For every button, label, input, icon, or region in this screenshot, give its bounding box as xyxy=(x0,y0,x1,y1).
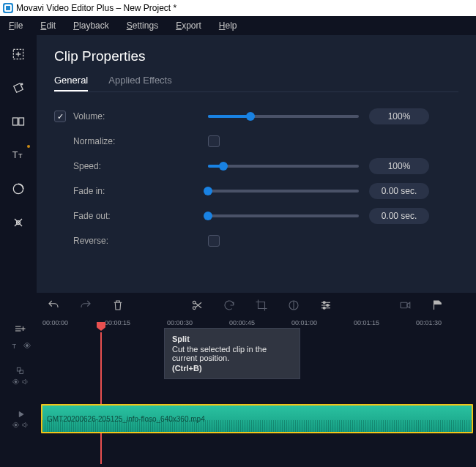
row-volume: Volume: 100% xyxy=(54,104,458,129)
titles-tool-icon[interactable]: TT xyxy=(10,146,27,164)
tab-applied-effects[interactable]: Applied Effects xyxy=(108,75,171,91)
volume-label: Volume: xyxy=(73,111,135,122)
fadein-slider[interactable] xyxy=(208,190,359,193)
svg-point-3 xyxy=(21,83,23,85)
redo-button[interactable] xyxy=(79,299,92,312)
reverse-checkbox[interactable] xyxy=(208,235,220,247)
timeline-tracks: Split Cut the selected clip in the curre… xyxy=(0,332,476,464)
ruler-tick: 00:00:45 xyxy=(229,319,255,326)
svg-rect-5 xyxy=(19,118,24,125)
svg-rect-19 xyxy=(401,302,407,308)
record-button[interactable] xyxy=(398,299,412,312)
tab-general[interactable]: General xyxy=(54,75,88,91)
color-adjust-button[interactable] xyxy=(287,299,300,312)
menu-settings[interactable]: Settings xyxy=(127,20,158,31)
marker-button[interactable] xyxy=(431,299,444,312)
more-tools-icon[interactable] xyxy=(10,214,27,231)
menu-file[interactable]: File xyxy=(9,20,23,31)
volume-enable-checkbox[interactable] xyxy=(54,111,66,122)
speed-slider[interactable] xyxy=(208,165,359,168)
panel-title: Clip Properties xyxy=(54,48,458,64)
title-track-head[interactable]: T xyxy=(0,340,41,351)
ruler-tick: 00:00:30 xyxy=(167,319,193,326)
row-normalize: Normalize: xyxy=(54,129,458,154)
filters-tool-icon[interactable] xyxy=(10,79,27,97)
app-logo-icon xyxy=(3,3,13,13)
fadein-value[interactable]: 0.00 sec. xyxy=(369,183,429,199)
fadeout-value[interactable]: 0.00 sec. xyxy=(369,208,429,224)
fadein-label: Fade in: xyxy=(73,186,135,196)
transitions-tool-icon[interactable] xyxy=(10,113,27,130)
row-fadein: Fade in: 0.00 sec. xyxy=(54,179,458,203)
ruler-tick: 00:01:30 xyxy=(416,319,442,326)
delete-button[interactable] xyxy=(111,299,124,312)
split-tooltip: Split Cut the selected clip in the curre… xyxy=(164,328,300,379)
timeline-area: 00:00:00 00:00:15 00:00:30 00:00:45 00:0… xyxy=(0,293,476,467)
ruler-tick: 00:00:00 xyxy=(42,319,68,326)
rotate-button[interactable] xyxy=(223,299,236,312)
svg-rect-4 xyxy=(13,118,18,125)
svg-rect-27 xyxy=(17,367,21,371)
row-speed: Speed: 100% xyxy=(54,154,458,179)
normalize-label: Normalize: xyxy=(73,136,135,146)
tool-sidebar: TT xyxy=(0,35,37,293)
svg-point-18 xyxy=(323,307,325,309)
row-fadeout: Fade out: 0.00 sec. xyxy=(54,203,458,228)
svg-rect-28 xyxy=(20,370,23,373)
fadeout-slider[interactable] xyxy=(208,214,359,217)
properties-panel: Clip Properties General Applied Effects … xyxy=(37,35,476,293)
svg-point-29 xyxy=(15,381,17,383)
svg-point-16 xyxy=(323,302,325,304)
menu-playback[interactable]: Playback xyxy=(73,20,109,31)
video-track-row: GMT20200626-205125_info-floso_640x360.mp… xyxy=(0,403,476,435)
svg-point-30 xyxy=(15,424,17,426)
ruler-tick: 00:01:00 xyxy=(291,319,317,326)
speed-value[interactable]: 100% xyxy=(369,158,429,174)
split-button[interactable] xyxy=(190,299,204,312)
svg-point-26 xyxy=(26,345,29,347)
tooltip-shortcut: (Ctrl+B) xyxy=(172,364,292,373)
clip-properties-button[interactable] xyxy=(319,299,332,312)
normalize-checkbox[interactable] xyxy=(208,135,220,147)
video-track-head[interactable] xyxy=(0,409,41,429)
video-clip[interactable]: GMT20200626-205125_info-floso_640x360.mp… xyxy=(41,404,473,433)
svg-text:T: T xyxy=(12,150,18,160)
import-tool-icon[interactable] xyxy=(10,45,27,63)
fadeout-label: Fade out: xyxy=(73,211,135,221)
ruler-tick: 00:00:15 xyxy=(105,319,130,326)
window-titlebar: Movavi Video Editor Plus – New Project * xyxy=(0,0,476,16)
row-reverse: Reverse: xyxy=(54,228,458,253)
tooltip-title: Split xyxy=(172,335,292,343)
volume-slider[interactable] xyxy=(208,115,359,118)
ruler-tick: 00:01:15 xyxy=(354,319,379,326)
undo-button[interactable] xyxy=(47,299,60,312)
timeline-toolbar xyxy=(0,293,476,318)
stickers-tool-icon[interactable] xyxy=(10,180,27,198)
speed-label: Speed: xyxy=(73,161,135,171)
window-title: Movavi Video Editor Plus – New Project * xyxy=(16,3,176,13)
menu-export[interactable]: Export xyxy=(176,20,201,31)
overlay-track-head[interactable] xyxy=(0,366,41,386)
menu-edit[interactable]: Edit xyxy=(40,20,56,31)
volume-value[interactable]: 100% xyxy=(369,108,429,124)
menu-bar: File Edit Playback Settings Export Help xyxy=(0,16,476,35)
tooltip-body: Cut the selected clip in the current pos… xyxy=(172,345,292,362)
panel-tabs: General Applied Effects xyxy=(54,75,458,92)
menu-help[interactable]: Help xyxy=(219,20,237,31)
clip-filename: GMT20200626-205125_info-floso_640x360.mp… xyxy=(47,415,205,423)
svg-point-17 xyxy=(327,305,329,307)
svg-text:T: T xyxy=(12,343,17,350)
crop-button[interactable] xyxy=(255,299,268,312)
svg-text:T: T xyxy=(18,152,23,160)
reverse-label: Reverse: xyxy=(73,236,135,246)
